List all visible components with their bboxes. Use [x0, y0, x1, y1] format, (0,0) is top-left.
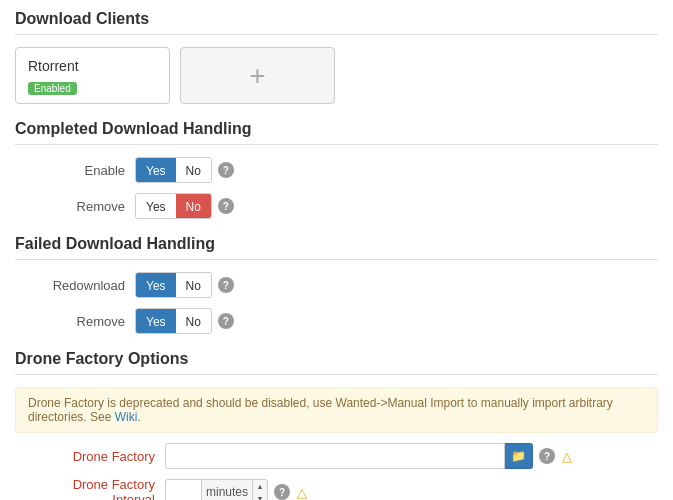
rtorrent-card[interactable]: Rtorrent Enabled: [15, 47, 170, 104]
interval-input[interactable]: 1: [165, 479, 201, 500]
remove-completed-toggle[interactable]: Yes No: [135, 193, 212, 219]
redownload-help-icon[interactable]: ?: [218, 277, 234, 293]
remove-completed-no-btn[interactable]: No: [176, 194, 211, 218]
failed-download-section: Failed Download Handling Redownload Yes …: [15, 235, 658, 334]
drone-factory-input[interactable]: [165, 443, 505, 469]
drone-factory-label: Drone Factory: [35, 449, 155, 464]
spinner-up-icon[interactable]: ▲: [253, 480, 267, 492]
drone-interval-label: Drone Factory Interval: [35, 477, 155, 500]
completed-download-section: Completed Download Handling Enable Yes N…: [15, 120, 658, 219]
enable-toggle[interactable]: Yes No: [135, 157, 212, 183]
remove-failed-help-icon[interactable]: ?: [218, 313, 234, 329]
completed-download-title: Completed Download Handling: [15, 120, 658, 145]
redownload-yes-btn[interactable]: Yes: [136, 273, 176, 297]
drone-interval-row: Drone Factory Interval 1 minutes ▲ ▼ ? △: [15, 477, 658, 500]
drone-factory-help-icon[interactable]: ?: [539, 448, 555, 464]
enable-label: Enable: [35, 163, 125, 178]
remove-completed-help-icon[interactable]: ?: [218, 198, 234, 214]
drone-factory-notice: Drone Factory is deprecated and should b…: [15, 387, 658, 433]
remove-failed-yes-btn[interactable]: Yes: [136, 309, 176, 333]
add-client-icon: +: [249, 62, 265, 90]
drone-factory-warn-icon: △: [559, 448, 575, 464]
interval-spinner[interactable]: ▲ ▼: [252, 479, 268, 500]
download-clients-title: Download Clients: [15, 10, 658, 35]
clients-row: Rtorrent Enabled +: [15, 47, 658, 104]
drone-factory-section: Drone Factory Options Drone Factory is d…: [15, 350, 658, 500]
failed-download-title: Failed Download Handling: [15, 235, 658, 260]
redownload-no-btn[interactable]: No: [176, 273, 211, 297]
remove-completed-row: Remove Yes No ?: [15, 193, 658, 219]
interval-unit: minutes: [201, 479, 252, 500]
remove-failed-label: Remove: [35, 314, 125, 329]
remove-failed-toggle[interactable]: Yes No: [135, 308, 212, 334]
spinner-down-icon[interactable]: ▼: [253, 492, 267, 500]
redownload-row: Redownload Yes No ?: [15, 272, 658, 298]
add-client-card[interactable]: +: [180, 47, 335, 104]
download-clients-section: Download Clients Rtorrent Enabled +: [15, 10, 658, 104]
drone-factory-title: Drone Factory Options: [15, 350, 658, 375]
interval-input-group: 1 minutes ▲ ▼: [165, 479, 268, 500]
drone-interval-warn-icon: △: [294, 484, 310, 500]
remove-failed-no-btn[interactable]: No: [176, 309, 211, 333]
redownload-label: Redownload: [35, 278, 125, 293]
remove-failed-row: Remove Yes No ?: [15, 308, 658, 334]
remove-completed-label: Remove: [35, 199, 125, 214]
enable-help-icon[interactable]: ?: [218, 162, 234, 178]
enable-yes-btn[interactable]: Yes: [136, 158, 176, 182]
notice-wiki-link[interactable]: Wiki: [115, 410, 138, 424]
folder-icon: 📁: [511, 449, 526, 463]
enable-row: Enable Yes No ?: [15, 157, 658, 183]
drone-factory-row: Drone Factory 📁 ? △: [15, 443, 658, 469]
remove-completed-yes-btn[interactable]: Yes: [136, 194, 176, 218]
drone-folder-btn[interactable]: 📁: [505, 443, 533, 469]
drone-interval-help-icon[interactable]: ?: [274, 484, 290, 500]
enable-no-btn[interactable]: No: [176, 158, 211, 182]
redownload-toggle[interactable]: Yes No: [135, 272, 212, 298]
client-name: Rtorrent: [28, 58, 157, 74]
enabled-badge: Enabled: [28, 82, 77, 95]
